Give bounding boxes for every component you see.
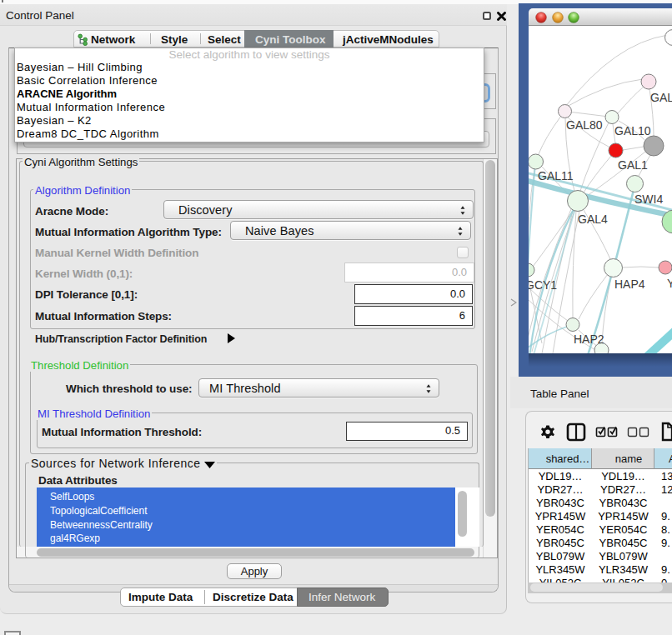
svg-text:GCY1: GCY1: [529, 278, 557, 292]
svg-text:GAL7: GAL7: [650, 91, 672, 104]
svg-text:GAL11: GAL11: [538, 169, 574, 182]
svg-text:SWI4: SWI4: [634, 192, 663, 206]
svg-text:GAL80: GAL80: [566, 118, 603, 132]
svg-text:HAP4: HAP4: [614, 278, 645, 291]
svg-text:YL: YL: [667, 277, 672, 290]
svg-text:GAL10: GAL10: [614, 124, 651, 138]
svg-text:GAL4: GAL4: [578, 212, 608, 226]
svg-text:HAP2: HAP2: [574, 332, 604, 346]
svg-text:GAL1: GAL1: [618, 158, 648, 172]
